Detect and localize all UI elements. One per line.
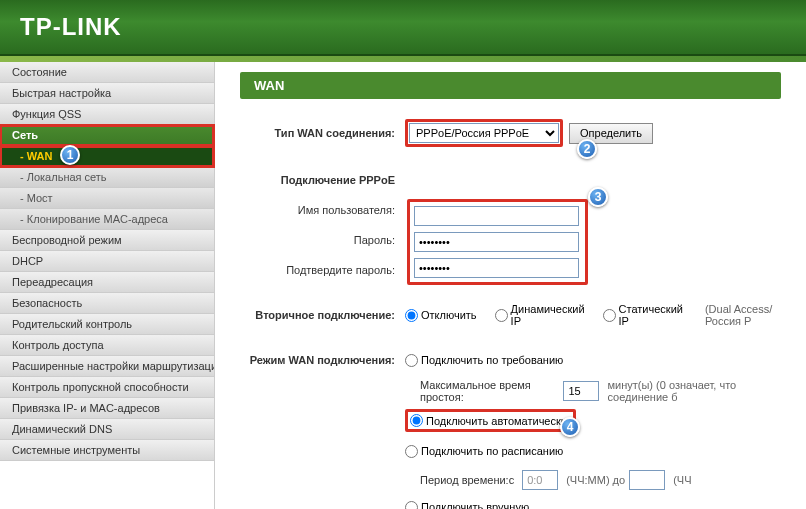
sidebar-item-5[interactable]: - Локальная сеть <box>0 167 214 188</box>
credentials-highlight <box>407 199 588 285</box>
sec-dyn-radio[interactable]: Динамический IP <box>495 303 585 327</box>
logo: TP-LINK <box>20 13 122 41</box>
period-label: Период времени:с <box>420 474 514 486</box>
confirm-password-input[interactable] <box>414 258 579 278</box>
sidebar-item-0[interactable]: Состояние <box>0 62 214 83</box>
sidebar-item-15[interactable]: Контроль пропускной способности <box>0 377 214 398</box>
sec-disable-radio[interactable]: Отключить <box>405 309 477 322</box>
page-title: WAN <box>240 72 781 99</box>
mode-auto-radio[interactable]: Подключить автоматически <box>410 414 567 427</box>
badge-1: 1 <box>60 145 80 165</box>
period-hint1: (ЧЧ:ММ) до <box>566 474 625 486</box>
wan-type-highlight: PPPoE/Россия PPPoE <box>405 119 563 147</box>
mode-schedule-radio[interactable]: Подключить по расписанию <box>405 445 563 458</box>
secondary-label: Вторичное подключение: <box>240 309 405 321</box>
wan-type-select[interactable]: PPPoE/Россия PPPoE <box>409 123 559 143</box>
sidebar-item-13[interactable]: Контроль доступа <box>0 335 214 356</box>
sidebar-item-9[interactable]: DHCP <box>0 251 214 272</box>
mode-manual-radio[interactable]: Подключить вручную <box>405 501 529 510</box>
sec-hint: (Dual Access/Россия P <box>705 303 781 327</box>
sidebar-item-17[interactable]: Динамический DNS <box>0 419 214 440</box>
wan-type-label: Тип WAN соединения: <box>240 127 405 139</box>
period-hint2: (ЧЧ <box>673 474 691 486</box>
mode-demand-radio[interactable]: Подключить по требованию <box>405 354 563 367</box>
badge-3: 3 <box>588 187 608 207</box>
sidebar-item-4[interactable]: - WAN <box>0 146 214 167</box>
mode-auto-highlight: Подключить автоматически <box>405 409 576 432</box>
sidebar-item-7[interactable]: - Клонирование MAC-адреса <box>0 209 214 230</box>
sec-stat-radio[interactable]: Статический IP <box>603 303 683 327</box>
main-content: WAN Тип WAN соединения: PPPoE/Россия PPP… <box>215 62 806 509</box>
header: TP-LINK <box>0 0 806 56</box>
sidebar-item-14[interactable]: Расширенные настройки маршрутизации <box>0 356 214 377</box>
mode-label: Режим WAN подключения: <box>240 354 405 366</box>
period-from-input[interactable] <box>522 470 558 490</box>
confirm-label: Подтвердите пароль: <box>240 264 405 276</box>
period-to-input[interactable] <box>629 470 665 490</box>
sidebar-item-18[interactable]: Системные инструменты <box>0 440 214 461</box>
sidebar-item-16[interactable]: Привязка IP- и MAC-адресов <box>0 398 214 419</box>
sidebar-item-11[interactable]: Безопасность <box>0 293 214 314</box>
password-label: Пароль: <box>240 234 405 246</box>
idle-input[interactable] <box>563 381 599 401</box>
sidebar-item-3[interactable]: Сеть <box>0 125 214 146</box>
pppoe-header: Подключение PPPoE <box>240 174 405 186</box>
badge-2: 2 <box>577 139 597 159</box>
password-input[interactable] <box>414 232 579 252</box>
sidebar-item-1[interactable]: Быстрая настройка <box>0 83 214 104</box>
username-label: Имя пользователя: <box>240 204 405 216</box>
sidebar: СостояниеБыстрая настройкаФункция QSSСет… <box>0 62 215 509</box>
idle-label: Максимальное время простоя: <box>420 379 555 403</box>
username-input[interactable] <box>414 206 579 226</box>
idle-hint: минут(ы) (0 означает, что соединение б <box>607 379 781 403</box>
sidebar-item-10[interactable]: Переадресация <box>0 272 214 293</box>
sidebar-item-6[interactable]: - Мост <box>0 188 214 209</box>
sidebar-item-12[interactable]: Родительский контроль <box>0 314 214 335</box>
sidebar-item-2[interactable]: Функция QSS <box>0 104 214 125</box>
badge-4: 4 <box>560 417 580 437</box>
sidebar-item-8[interactable]: Беспроводной режим <box>0 230 214 251</box>
